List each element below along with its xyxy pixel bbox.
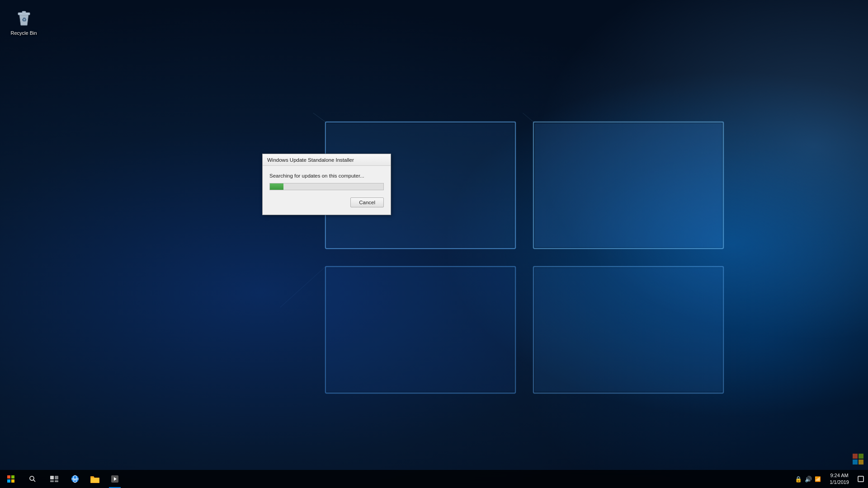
taskbar-app-explorer[interactable] (85, 470, 105, 488)
volume-tray-icon: 🔊 (805, 476, 812, 483)
svg-rect-17 (7, 479, 10, 483)
taskbar-app-media[interactable] (105, 470, 125, 488)
svg-rect-7 (535, 268, 722, 392)
svg-rect-23 (50, 480, 54, 482)
task-view-button[interactable] (43, 470, 65, 488)
windows-update-dialog: Windows Update Standalone Installer Sear… (262, 154, 391, 215)
dialog-buttons: Cancel (269, 197, 384, 209)
svg-line-20 (33, 480, 35, 482)
clock-date: 1/1/2019 (830, 479, 849, 486)
svg-rect-37 (859, 460, 863, 465)
svg-rect-3 (535, 123, 722, 247)
svg-rect-34 (853, 454, 858, 459)
notification-center-button[interactable] (854, 470, 868, 488)
svg-rect-33 (858, 476, 863, 482)
progress-bar-fill (270, 183, 283, 190)
svg-line-9 (416, 113, 533, 122)
system-tray: 🔒 🔊 📶 9:24 AM 1/1/2019 (791, 470, 868, 488)
recycle-bin-label: Recycle Bin (9, 30, 39, 36)
tray-icons-area[interactable]: 🔒 🔊 📶 (791, 470, 825, 488)
svg-rect-35 (859, 454, 863, 459)
dialog-status-text: Searching for updates on this computer..… (269, 173, 384, 178)
svg-rect-22 (55, 476, 58, 479)
svg-point-19 (30, 476, 34, 480)
svg-rect-2 (533, 122, 723, 249)
taskbar-app-ie[interactable]: e (65, 470, 85, 488)
start-button[interactable] (0, 470, 22, 488)
svg-rect-5 (327, 268, 514, 392)
desktop-background-glow (326, 0, 868, 488)
svg-text:♻: ♻ (21, 17, 26, 23)
svg-rect-30 (91, 478, 99, 483)
svg-line-8 (280, 113, 326, 122)
dialog-titlebar: Windows Update Standalone Installer (263, 154, 391, 166)
svg-rect-13 (22, 11, 26, 13)
svg-rect-4 (326, 267, 515, 393)
network-tray-icon: 📶 (815, 476, 821, 482)
search-button[interactable] (22, 470, 43, 488)
svg-rect-15 (7, 475, 10, 479)
build-watermark (853, 454, 863, 465)
progress-bar-container (269, 183, 384, 190)
desktop: ♻ Recycle Bin Windows Update Standalone … (0, 0, 868, 488)
clock-time: 9:24 AM (830, 472, 848, 479)
recycle-bin-icon[interactable]: ♻ Recycle Bin (7, 5, 41, 38)
dialog-title: Windows Update Standalone Installer (267, 157, 354, 163)
svg-rect-36 (853, 460, 858, 465)
shield-tray-icon: 🔒 (795, 476, 802, 483)
svg-rect-16 (11, 475, 14, 479)
clock-area[interactable]: 9:24 AM 1/1/2019 (825, 470, 854, 488)
svg-rect-24 (55, 480, 58, 482)
svg-rect-6 (533, 267, 723, 393)
taskbar: e 🔒 🔊 (0, 470, 868, 488)
recycle-bin-image: ♻ (13, 6, 35, 28)
svg-rect-18 (11, 479, 14, 483)
svg-text:e: e (74, 478, 76, 482)
cancel-button[interactable]: Cancel (350, 197, 384, 207)
dialog-content: Searching for updates on this computer..… (263, 166, 391, 215)
svg-line-10 (280, 267, 326, 407)
svg-rect-21 (50, 476, 54, 479)
